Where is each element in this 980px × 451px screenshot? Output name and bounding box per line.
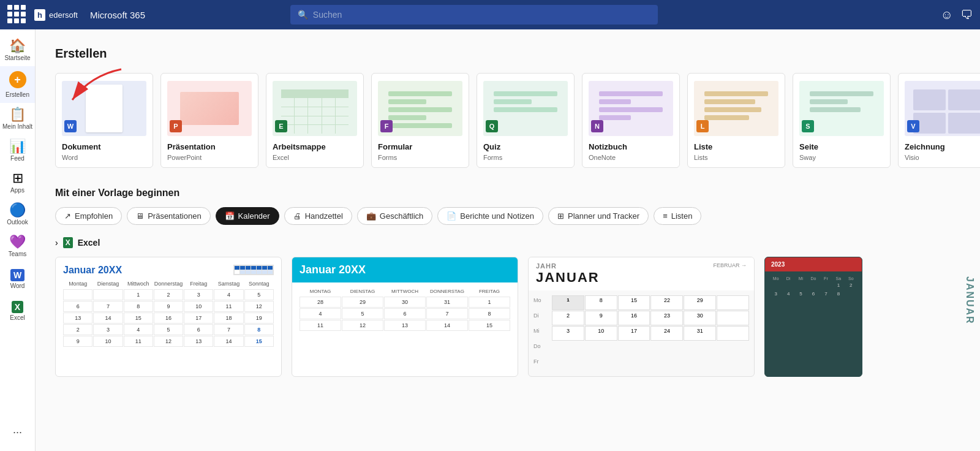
sway-lines	[810, 91, 873, 133]
listen-icon: ≡	[663, 211, 668, 221]
vorlage-section-title: Mit einer Vorlage beginnen	[55, 188, 960, 199]
calendar-card-4[interactable]: 2023 JANUAR Mo Di Mi Do Fr Sa So	[764, 257, 862, 377]
cal2-weekday-header: MONTAG DIENSTAG MITTWOCH DONNERSTAG FREI…	[300, 287, 510, 295]
sidebar-item-word[interactable]: W Word	[0, 262, 35, 294]
filter-btn-empfohlen[interactable]: ↗ Empfohlen	[55, 207, 122, 225]
logo-box: h	[34, 9, 45, 21]
sidebar-label-create: Erstellen	[6, 91, 29, 98]
sidebar-item-excel[interactable]: X Excel	[0, 294, 35, 326]
notizbuch-sub: OneNote	[589, 154, 616, 161]
app-card-arbeitsmappe[interactable]: E Arbeitsmappe Excel	[266, 73, 364, 168]
sidebar-item-home[interactable]: 🏠 Startseite	[0, 34, 35, 66]
app-card-zeichnung[interactable]: V Zeichnung Visio	[898, 73, 980, 168]
forms-line-1	[388, 91, 452, 96]
onenote-preview: N	[589, 81, 673, 136]
excel-badge-icon: E	[275, 120, 288, 134]
calendar-card-2[interactable]: Januar 20XX MONTAG DIENSTAG MITTWOCH DON…	[292, 257, 518, 377]
handzettel-label: Handzettel	[305, 211, 343, 221]
handzettel-icon: 🖨	[293, 211, 301, 221]
top-nav: h edersoft Microsoft 365 🔍 ☺ 🗨	[0, 0, 980, 29]
filter-btn-praesentationen[interactable]: 🖥 Präsentationen	[127, 207, 210, 225]
smiley-icon[interactable]: ☺	[941, 8, 953, 22]
logo: h edersoft	[34, 9, 78, 21]
empfohlen-icon: ↗	[64, 211, 71, 221]
forms-badge-icon: F	[380, 120, 394, 134]
praesentation-sub: PowerPoint	[167, 154, 202, 161]
calendar-card-3[interactable]: JAHR JANUAR FEBRUAR → Mo Di Mi Do Fr	[528, 257, 755, 377]
chat-icon[interactable]: 🗨	[960, 8, 973, 22]
sway-line-2	[810, 99, 848, 104]
notizbuch-name: Notizbuch	[589, 142, 627, 151]
filter-btn-kalender[interactable]: 📅 Kalender	[216, 207, 279, 225]
sidebar-item-my-content[interactable]: 📋 Mein Inhalt	[0, 103, 35, 135]
quiz-lines	[494, 91, 557, 133]
sidebar-item-feed[interactable]: 📊 Feed	[0, 135, 35, 167]
filter-btn-berichte[interactable]: 📄 Berichte und Notizen	[437, 207, 543, 225]
filter-btn-listen[interactable]: ≡ Listen	[654, 207, 701, 225]
app-card-praesentation[interactable]: P Präsentation PowerPoint	[160, 73, 258, 168]
visio-cell-1	[913, 89, 946, 110]
sidebar-item-create[interactable]: + Erstellen	[0, 66, 35, 103]
filter-btn-handzettel[interactable]: 🖨 Handzettel	[284, 207, 352, 225]
arbeitsmappe-sub: Excel	[273, 154, 289, 161]
arbeitsmappe-name: Arbeitsmappe	[273, 142, 326, 151]
dokument-preview: W	[62, 81, 146, 136]
excel-icon: X	[12, 299, 23, 313]
sidebar-item-outlook[interactable]: 🔵 Outlook	[0, 199, 35, 230]
nav-right: ☺ 🗨	[941, 8, 973, 22]
word-icon: W	[10, 267, 24, 281]
sidebar-item-teams[interactable]: 💜 Teams	[0, 230, 35, 262]
excel-preview: E	[273, 81, 357, 136]
cal1-weekday-header: Montag Dienstag Mittwoch Donnerstag Frei…	[63, 279, 274, 288]
planner-icon: ⊞	[557, 211, 564, 221]
cal1-title: Januar 20XX	[63, 265, 122, 276]
main-layout: 🏠 Startseite + Erstellen 📋 Mein Inhalt 📊…	[0, 29, 980, 451]
search-input[interactable]	[313, 10, 650, 20]
cal3-header: JAHR JANUAR FEBRUAR →	[529, 257, 754, 290]
excel-section-title: Excel	[78, 238, 100, 248]
sidebar-label-outlook: Outlook	[7, 219, 28, 226]
calendar-card-1[interactable]: Januar 20XX	[55, 257, 282, 377]
cal4-header: 2023	[765, 257, 862, 271]
zeichnung-sub: Visio	[905, 154, 919, 161]
sidebar-label-word: Word	[10, 282, 25, 289]
more-button[interactable]: ···	[13, 419, 22, 446]
word-badge-icon: W	[64, 120, 78, 134]
app-card-notizbuch[interactable]: N Notizbuch OneNote	[582, 73, 680, 168]
visio-grid	[913, 89, 980, 134]
kalender-label: Kalender	[238, 211, 270, 221]
app-card-liste[interactable]: L Liste Lists	[687, 73, 785, 168]
onenote-line-2	[599, 99, 631, 104]
visio-cell-4	[948, 113, 980, 134]
filter-btn-planner[interactable]: ⊞ Planner und Tracker	[548, 207, 649, 225]
word-doc-preview	[86, 85, 123, 132]
sway-badge-icon: S	[802, 120, 815, 134]
visio-cell-2	[948, 89, 980, 110]
teams-icon: 💜	[9, 235, 26, 249]
seite-name: Seite	[799, 142, 818, 151]
waffle-menu[interactable]	[7, 5, 27, 25]
sidebar-item-apps[interactable]: ⊞ Apps	[0, 167, 35, 199]
sway-line-3	[810, 107, 861, 112]
quiz-name: Quiz	[483, 142, 500, 151]
forms-preview: F	[378, 81, 462, 136]
formular-sub: Forms	[378, 154, 397, 161]
search-bar[interactable]: 🔍	[290, 5, 658, 25]
berichte-icon: 📄	[447, 211, 456, 221]
cal3-grid: 1 8 15 22 29 2 9 16 23 30 3 10	[547, 290, 754, 376]
app-card-dokument[interactable]: W Dokument Word	[55, 73, 153, 168]
forms-line-2	[388, 99, 426, 104]
excel-section-icon: X	[63, 237, 73, 248]
home-icon: 🏠	[9, 39, 26, 53]
zeichnung-name: Zeichnung	[905, 142, 945, 151]
app-card-formular[interactable]: F Formular Forms	[371, 73, 469, 168]
sidebar-label-teams: Teams	[9, 251, 26, 257]
my-content-icon: 📋	[9, 108, 26, 121]
excel-section-header[interactable]: › X Excel	[55, 237, 960, 248]
lists-line-2	[704, 99, 755, 104]
app-card-seite[interactable]: S Seite Sway	[793, 73, 891, 168]
filter-btn-geschaeftlich[interactable]: 💼 Geschäftlich	[357, 207, 433, 225]
kalender-icon: 📅	[225, 211, 235, 221]
app-card-quiz[interactable]: Q Quiz Forms	[477, 73, 575, 168]
sidebar-label-my-content: Mein Inhalt	[2, 123, 32, 130]
